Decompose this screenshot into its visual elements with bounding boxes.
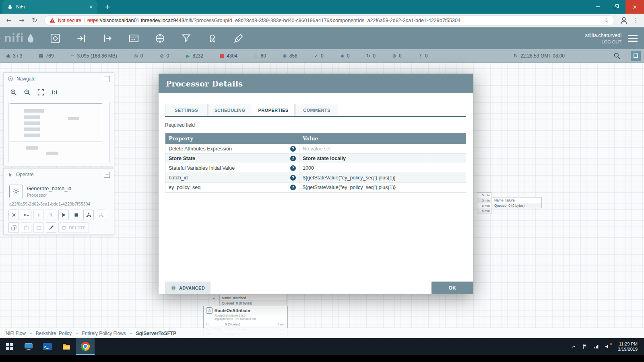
taskbar-app-chrome[interactable]	[76, 338, 95, 355]
tab-properties[interactable]: PROPERTIES	[252, 104, 295, 116]
not-secure-warning-icon[interactable]	[50, 18, 55, 23]
birdseye-minimap[interactable]	[8, 102, 109, 162]
status-active-threads: ▤769	[38, 53, 54, 59]
browser-profile-button[interactable]	[618, 15, 630, 26]
window-minimize-button[interactable]	[588, 0, 607, 14]
refresh-control[interactable]: ↻ 22:28:53 GMT-08:00	[514, 53, 565, 59]
selected-component-icon	[9, 185, 23, 198]
action-center-flag-icon[interactable]	[582, 343, 588, 350]
help-icon[interactable]: ?	[290, 165, 296, 171]
ok-button[interactable]: OK	[431, 282, 473, 294]
delete-button[interactable]: DELETE	[58, 222, 89, 233]
tool-output-port[interactable]	[97, 29, 118, 47]
status-locally-modified-stale: ⊛0	[392, 53, 402, 59]
taskbar-app-powershell[interactable]: >_	[38, 338, 57, 355]
tab-scheduling[interactable]: SCHEDULING	[208, 104, 251, 116]
zoom-in-button[interactable]	[8, 87, 18, 97]
transmitting-icon: ◎	[133, 53, 138, 59]
funnel-icon	[181, 33, 192, 44]
help-icon[interactable]: ?	[290, 185, 296, 190]
operate-collapse-button[interactable]: −	[104, 172, 110, 178]
tab-close-icon[interactable]: ×	[88, 4, 94, 10]
breadcrumb-nifi-flow[interactable]: NiFi Flow	[6, 331, 26, 336]
start-button[interactable]	[58, 210, 69, 220]
disable-button[interactable]	[46, 210, 56, 220]
url-host: ://bisnorsdaidan01.threedev.local:9443	[98, 18, 184, 23]
status-right: ↻ 22:28:53 GMT-08:00	[514, 51, 641, 61]
input-port-icon	[76, 33, 87, 44]
processor-bundle: org.apache.nifi - nifi-standard-nar	[204, 317, 287, 322]
processor-stats-fragment[interactable]: 5 min 5 min 5 min 5 min	[477, 192, 491, 214]
tool-template[interactable]	[202, 29, 222, 47]
stop-button[interactable]	[71, 210, 81, 220]
tab-comments[interactable]: COMMENTS	[295, 104, 338, 116]
browser-tab[interactable]: NiFi ×	[2, 0, 97, 14]
taskbar-app-monitor[interactable]	[19, 338, 38, 355]
canvas-panel-toggle[interactable]	[631, 51, 641, 61]
cluster-icon: ◉	[6, 53, 11, 59]
status-connected-nodes: ◉3 / 3	[6, 53, 22, 59]
url-path: /nifi/?processGroupId=e8d28cd8-3f39-383e…	[184, 18, 460, 23]
window-restore-button[interactable]	[607, 0, 625, 14]
copy-button[interactable]	[8, 222, 19, 233]
breadcrumb-entirely-policy-flows[interactable]: Entirely Policy Flows	[82, 331, 126, 336]
zoom-out-button[interactable]	[22, 87, 32, 97]
window-close-button[interactable]: ×	[625, 0, 644, 14]
invalid-icon: ⚠	[254, 53, 259, 59]
help-icon[interactable]: ?	[290, 156, 296, 161]
global-menu-icon[interactable]	[628, 35, 638, 42]
access-policies-button[interactable]	[21, 210, 31, 220]
advanced-button[interactable]: ADVANCED	[165, 282, 211, 294]
breadcrumb-sqlservertosftp[interactable]: SqlServerToSFTP	[136, 331, 176, 336]
tool-processor[interactable]	[45, 29, 65, 47]
start-button[interactable]	[0, 338, 19, 355]
taskbar-clock[interactable]: 11:29 PM 3/19/2019	[615, 341, 640, 352]
paste-button[interactable]	[21, 222, 31, 233]
forward-button[interactable]: →	[16, 15, 27, 26]
create-template-button[interactable]	[83, 210, 94, 220]
taskbar-app-file-explorer[interactable]	[57, 338, 76, 355]
help-icon[interactable]: ?	[290, 146, 296, 152]
navigate-collapse-button[interactable]: −	[104, 76, 110, 82]
restore-icon	[614, 4, 619, 9]
tool-funnel[interactable]	[176, 29, 196, 47]
bookmark-star-icon[interactable]: ☆	[604, 17, 609, 24]
network-icon[interactable]	[593, 343, 599, 350]
zoom-actual-button[interactable]	[50, 87, 59, 97]
table-row: Delete Attributes Expression? No value s…	[165, 144, 466, 154]
breadcrumb-berkshire-policy[interactable]: Berkshire_Policy	[36, 331, 72, 336]
hidden-icons-chevron-icon[interactable]	[570, 343, 577, 350]
tool-remote-process-group[interactable]	[150, 29, 170, 47]
operate-icon	[8, 172, 13, 177]
connection-label-matched[interactable]: Namematched Queued0 (0 bytes)	[219, 295, 287, 306]
zoom-fit-button[interactable]	[36, 87, 45, 97]
status-invalid: ⚠60	[254, 53, 266, 59]
not-secure-label[interactable]: Not secure	[58, 18, 81, 23]
browser-menu-icon[interactable]: ⋮	[631, 15, 641, 26]
configure-button[interactable]	[8, 210, 19, 220]
enable-button[interactable]	[33, 210, 44, 220]
operate-buttons-row1	[8, 210, 106, 220]
status-stale: ↻0	[365, 53, 376, 59]
tool-input-port[interactable]	[71, 29, 91, 47]
logout-link[interactable]: LOG OUT	[585, 39, 621, 44]
tab-settings[interactable]: SETTINGS	[165, 104, 208, 116]
connection-label-failure[interactable]: Namefailure Queued0 (0 bytes)	[492, 197, 542, 208]
address-bar[interactable]: Not secure https://bisnorsdaidan01.three…	[44, 15, 614, 26]
nifi-logo-text: nifi	[4, 32, 24, 44]
fill-color-button[interactable]	[46, 222, 56, 233]
dialog-tabs: SETTINGS SCHEDULING PROPERTIES COMMENTS	[165, 104, 466, 117]
tool-label[interactable]	[228, 29, 248, 47]
properties-table-header: Property Value	[165, 133, 466, 144]
new-tab-button[interactable]: +	[102, 3, 113, 11]
browser-toolbar: ← → ↻ Not secure https://bisnorsdaidan01…	[0, 14, 644, 27]
help-icon[interactable]: ?	[290, 175, 296, 181]
search-icon[interactable]	[613, 52, 620, 59]
volume-muted-icon[interactable]: ×	[604, 343, 611, 350]
reload-button[interactable]: ↻	[29, 15, 40, 26]
navigate-icon	[8, 76, 13, 82]
upload-template-button[interactable]	[96, 210, 106, 220]
back-button[interactable]: ←	[3, 15, 14, 26]
tool-process-group[interactable]	[124, 29, 144, 47]
group-button[interactable]	[33, 222, 44, 233]
